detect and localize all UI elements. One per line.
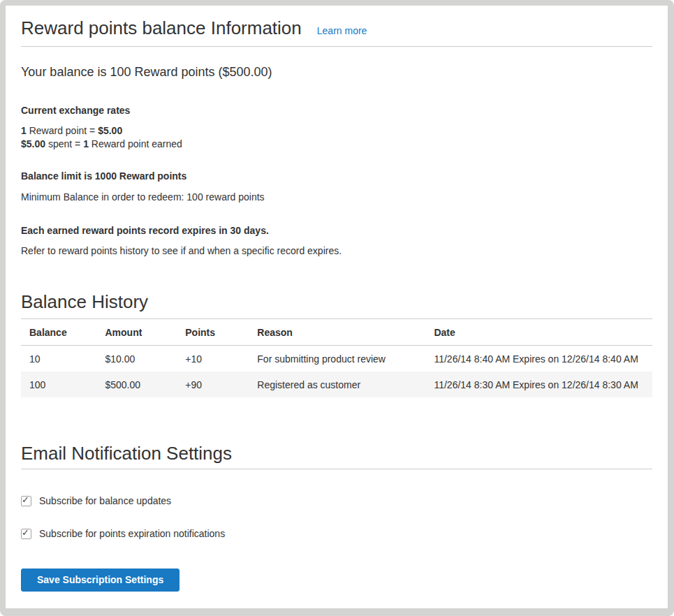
column-header-points: Points — [177, 319, 249, 346]
table-header-row: Balance Amount Points Reason Date — [21, 319, 652, 346]
cell-balance: 100 — [21, 372, 96, 397]
table-row: 10 $10.00 +10 For submitting product rev… — [21, 346, 652, 372]
expiry-note-text: Refer to reward points history to see if… — [21, 244, 652, 258]
checkbox-wrap: ✓ — [21, 496, 31, 506]
balance-history-title: Balance History — [21, 292, 652, 311]
cell-reason: Registered as customer — [249, 372, 425, 397]
rate-money-value: $5.00 — [98, 125, 122, 136]
min-redeem-text: Minimum Balance in order to redeem: 100 … — [21, 191, 652, 204]
reward-points-card: Reward points balance Information Learn … — [6, 6, 668, 608]
exchange-rate-line-1: 1 Reward point = $5.00 — [21, 124, 652, 138]
subscribe-expiration-notifications-label: Subscribe for points expiration notifica… — [39, 527, 225, 541]
cell-points: +10 — [177, 346, 249, 372]
column-header-date: Date — [425, 319, 652, 346]
rate-points-value: 1 — [21, 125, 27, 136]
learn-more-link[interactable]: Learn more — [317, 25, 367, 36]
expiry-bold-text: Each earned reward points record expires… — [21, 224, 652, 237]
earn-points-value: 1 — [83, 138, 89, 149]
earn-line2-text: spent = — [45, 138, 83, 149]
cell-date: 11/26/14 8:30 AM Expires on 12/26/14 8:3… — [425, 372, 652, 397]
balance-history-table: Balance Amount Points Reason Date 10 $10… — [21, 318, 652, 397]
rate-line1-text: Reward point = — [27, 125, 98, 136]
exchange-rates-heading: Current exchange rates — [21, 104, 652, 117]
save-subscription-settings-button[interactable]: Save Subscription Settings — [21, 569, 180, 592]
email-settings-title: Email Notification Settings — [21, 443, 652, 463]
subscribe-balance-updates-row[interactable]: ✓ Subscribe for balance updates — [21, 494, 652, 508]
page-frame: Reward points balance Information Learn … — [0, 0, 674, 616]
cell-amount: $500.00 — [96, 372, 177, 397]
cell-date: 11/26/14 8:40 AM Expires on 12/26/14 8:4… — [425, 346, 652, 372]
balance-limit-text: Balance limit is 1000 Reward points — [21, 170, 652, 183]
balance-summary: Your balance is 100 Reward points ($500.… — [21, 64, 652, 81]
card-header: Reward points balance Information Learn … — [21, 6, 652, 47]
subscribe-balance-updates-checkbox[interactable] — [21, 496, 31, 506]
cell-amount: $10.00 — [96, 346, 177, 372]
cell-points: +90 — [177, 372, 249, 397]
table-row: 100 $500.00 +90 Registered as customer 1… — [21, 372, 652, 397]
email-settings-header: Email Notification Settings — [21, 443, 652, 469]
subscribe-balance-updates-label: Subscribe for balance updates — [39, 494, 171, 508]
earn-line2-tail: Reward point earned — [89, 138, 182, 149]
cell-balance: 10 — [21, 346, 96, 372]
checkbox-wrap: ✓ — [21, 529, 31, 539]
column-header-reason: Reason — [249, 319, 425, 346]
subscribe-expiration-notifications-checkbox[interactable] — [21, 529, 31, 539]
exchange-rate-line-2: $5.00 spent = 1 Reward point earned — [21, 138, 652, 151]
subscribe-expiration-notifications-row[interactable]: ✓ Subscribe for points expiration notifi… — [21, 527, 652, 541]
exchange-rates-lines: 1 Reward point = $5.00 $5.00 spent = 1 R… — [21, 124, 652, 151]
cell-reason: For submitting product review — [249, 346, 425, 372]
page-title: Reward points balance Information — [21, 18, 302, 38]
earn-money-value: $5.00 — [21, 138, 45, 149]
column-header-amount: Amount — [96, 319, 177, 346]
column-header-balance: Balance — [21, 319, 96, 346]
